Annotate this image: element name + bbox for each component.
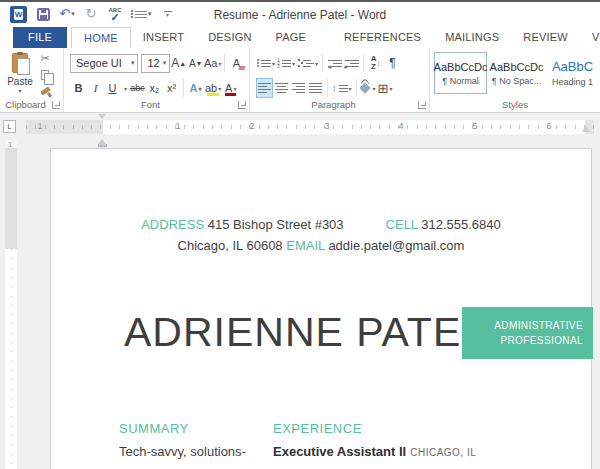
copy-button[interactable] — [36, 68, 54, 81]
address-value: 415 Bishop Street #303 — [208, 217, 344, 232]
first-line-indent-marker[interactable] — [98, 114, 106, 136]
justify-button[interactable] — [307, 78, 324, 98]
align-left-icon — [258, 83, 271, 93]
document-page[interactable]: ADDRESS 415 Bishop Street #303CELL 312.5… — [50, 148, 592, 469]
paste-clipboard-icon — [12, 53, 28, 73]
right-indent-marker[interactable] — [582, 126, 590, 132]
superscript-button[interactable]: x² — [163, 78, 180, 98]
word-window: W ↶▾ ↻ ABC✓ ▾ ▾ Resume - Adrienne Patel … — [0, 0, 600, 469]
align-center-button[interactable] — [273, 78, 290, 98]
cut-button[interactable]: ✂ — [36, 52, 54, 65]
horizontal-ruler[interactable]: 1 1 2 3 4 5 6 — [26, 120, 594, 134]
font-size-combo[interactable]: 12▾ — [141, 54, 170, 73]
font-name-dropdown-arrow[interactable]: ▾ — [131, 59, 135, 67]
text-effects-button[interactable]: A▾ — [187, 78, 204, 98]
cell-value: 312.555.6840 — [421, 217, 501, 232]
ruler-number: 5 — [472, 121, 477, 131]
paragraph-group: ▾ ▾ ▾ ◂ ▸ AZ↓ ¶ ↕▾ ▾ ⊞▾ Parag — [250, 48, 430, 112]
style-heading-1[interactable]: AaBbC Heading 1 — [546, 52, 599, 94]
style-normal[interactable]: AaBbCcDc ¶ Normal — [434, 52, 487, 94]
font-size-dropdown-arrow[interactable]: ▾ — [163, 59, 167, 67]
sort-button[interactable]: AZ↓ — [367, 53, 384, 73]
borders-button[interactable]: ⊞▾ — [377, 78, 394, 98]
address-label: ADDRESS — [141, 217, 204, 232]
paragraph-group-label: Paragraph — [250, 99, 417, 110]
format-painter-icon — [40, 87, 50, 95]
email-value: addie.patel@gmail.com — [328, 238, 464, 253]
borders-icon: ⊞ — [378, 82, 389, 95]
shading-button[interactable]: ▾ — [360, 78, 377, 98]
vertical-ruler[interactable]: 1 — [5, 140, 17, 469]
tab-mailings[interactable]: MAILINGS — [433, 27, 511, 48]
font-color-button[interactable]: A▾ — [222, 78, 239, 98]
ruler-number: 3 — [324, 121, 329, 131]
tab-selector[interactable]: L — [3, 120, 16, 133]
align-right-button[interactable] — [290, 78, 307, 98]
ruler-number: 6 — [546, 121, 551, 131]
subscript-button[interactable]: x₂ — [146, 78, 163, 98]
resume-name[interactable]: ADRIENNE PATEL — [124, 309, 485, 356]
show-formatting-marks-button[interactable]: ¶ — [384, 53, 401, 73]
shrink-font-button[interactable]: A▼ — [187, 53, 204, 73]
ruler-number: 1 — [175, 121, 180, 131]
style-no-spacing[interactable]: AaBbCcDc ¶ No Spac... — [490, 52, 543, 94]
underline-button[interactable]: U — [104, 78, 121, 98]
clipboard-group: Paste ▾ ✂ Clipboard — [0, 48, 64, 112]
paste-button[interactable]: Paste ▾ — [4, 51, 36, 98]
job-location: CHICAGO, IL — [410, 447, 476, 458]
font-dialog-launcher-icon[interactable] — [238, 101, 246, 109]
paragraph-dialog-launcher-icon[interactable] — [418, 101, 426, 109]
professional-badge[interactable]: ADMINISTRATIVE PROFESSIONAL — [462, 307, 593, 359]
font-group-label: Font — [64, 99, 237, 110]
experience-entry[interactable]: Executive Assistant IICHICAGO, IL — [273, 444, 476, 459]
tab-page-layout[interactable]: PAGE LAYOUT — [264, 27, 332, 48]
tab-view[interactable]: VIEW — [580, 27, 600, 48]
tab-file[interactable]: FILE — [13, 27, 67, 48]
increase-indent-button[interactable]: ▸ — [343, 53, 360, 73]
change-case-button[interactable]: Aa▾ — [204, 53, 221, 73]
numbering-button[interactable]: ▾ — [276, 53, 296, 73]
contact-line-1[interactable]: ADDRESS 415 Bishop Street #303CELL 312.5… — [51, 217, 591, 232]
city-value: Chicago, IL 60608 — [178, 238, 283, 253]
copy-icon — [41, 70, 49, 80]
tab-references[interactable]: REFERENCES — [332, 27, 433, 48]
underline-dropdown-arrow[interactable]: ▾ — [121, 78, 129, 98]
left-indent-marker[interactable] — [98, 144, 107, 147]
scissors-icon: ✂ — [40, 52, 49, 65]
clipboard-dialog-launcher-icon[interactable] — [52, 101, 60, 109]
title-bar: W ↶▾ ↻ ABC✓ ▾ ▾ Resume - Adrienne Patel … — [0, 2, 600, 27]
summary-heading[interactable]: SUMMARY — [119, 421, 189, 436]
bold-button[interactable]: B — [70, 78, 87, 98]
tab-review[interactable]: REVIEW — [511, 27, 580, 48]
bullets-icon — [257, 60, 271, 67]
paste-label: Paste — [7, 76, 33, 87]
grow-font-button[interactable]: A▲ — [170, 53, 187, 73]
styles-group-label: Styles — [430, 99, 600, 110]
tab-home[interactable]: HOME — [71, 27, 131, 48]
italic-button[interactable]: I — [87, 78, 104, 98]
paste-dropdown-arrow[interactable]: ▾ — [18, 87, 21, 94]
indent-markers[interactable] — [97, 119, 107, 135]
badge-line-2: PROFESSIONAL — [500, 335, 583, 346]
summary-body[interactable]: Tech-savvy, solutions- — [119, 444, 246, 459]
strikethrough-button[interactable]: abc — [129, 78, 146, 98]
decrease-indent-icon: ◂ — [328, 60, 342, 67]
decrease-indent-button[interactable]: ◂ — [326, 53, 343, 73]
tab-design[interactable]: DESIGN — [196, 27, 263, 48]
line-spacing-icon: ↕ — [332, 83, 348, 93]
font-name-combo[interactable]: Segoe UI▾ — [70, 54, 138, 73]
experience-heading[interactable]: EXPERIENCE — [273, 421, 362, 436]
contact-line-2[interactable]: Chicago, IL 60608 EMAIL addie.patel@gmai… — [51, 238, 591, 253]
clear-formatting-button[interactable]: A — [228, 53, 245, 73]
format-painter-button[interactable] — [36, 85, 54, 98]
bullets-button[interactable]: ▾ — [256, 53, 276, 73]
align-left-button[interactable] — [256, 78, 273, 98]
multilevel-list-button[interactable]: ▾ — [296, 53, 319, 73]
badge-line-1: ADMINISTRATIVE — [494, 320, 583, 331]
multilevel-list-icon — [297, 60, 314, 67]
ruler-number: 2 — [249, 121, 254, 131]
shading-bucket-icon — [359, 82, 370, 93]
tab-insert[interactable]: INSERT — [131, 27, 196, 48]
text-highlight-button[interactable]: ab▾ — [204, 78, 222, 98]
line-spacing-button[interactable]: ↕▾ — [331, 78, 353, 98]
